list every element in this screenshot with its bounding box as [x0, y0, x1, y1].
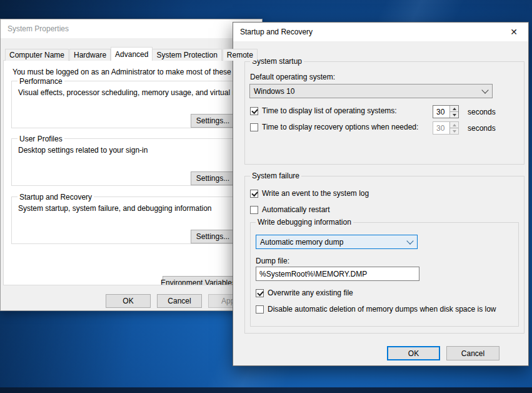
os-list-timeout-row: Time to display list of operating system… — [250, 106, 397, 115]
performance-group-title: Performance — [18, 77, 64, 86]
os-list-timeout-unit: seconds — [468, 108, 496, 116]
startup-recovery-titlebar[interactable]: Startup and Recovery ✕ — [233, 23, 528, 41]
os-list-timeout-value: 30 — [433, 106, 449, 118]
dump-file-input[interactable] — [256, 267, 419, 281]
startup-recovery-group: Startup and Recovery System startup, sys… — [11, 196, 254, 244]
system-properties-title: System Properties — [1, 24, 69, 33]
tab-computer-name[interactable]: Computer Name — [5, 49, 69, 61]
user-profiles-group-title: User Profiles — [18, 135, 64, 143]
performance-group: Performance Visual effects, processor sc… — [11, 81, 254, 128]
spinner-arrows — [449, 106, 458, 118]
os-list-timeout-spinner[interactable]: 30 — [433, 105, 459, 118]
tab-advanced[interactable]: Advanced — [111, 47, 153, 61]
desktop: System Properties Computer Name Hardware… — [0, 0, 532, 393]
cancel-button[interactable]: Cancel — [157, 294, 202, 308]
dialog-ok-button[interactable]: OK — [387, 346, 440, 360]
auto-restart-label[interactable]: Automatically restart — [262, 205, 330, 214]
system-startup-group: System startup Default operating system:… — [244, 61, 524, 165]
user-profiles-description: Desktop settings related to your sign-in — [18, 146, 148, 155]
close-button[interactable]: ✕ — [499, 23, 528, 41]
spinner-down-icon — [450, 128, 458, 134]
tab-strip: Computer Name Hardware Advanced System P… — [5, 47, 258, 61]
spinner-up-icon[interactable] — [450, 106, 458, 112]
system-properties-window: System Properties Computer Name Hardware… — [0, 19, 263, 311]
tab-remote[interactable]: Remote — [223, 49, 258, 61]
dialog-cancel-button[interactable]: Cancel — [446, 346, 499, 360]
startup-recovery-dialog: Startup and Recovery ✕ System startup De… — [233, 22, 529, 366]
dump-type-dropdown[interactable]: Automatic memory dump — [256, 235, 418, 249]
admin-note: You must be logged on as an Administrato… — [13, 68, 261, 76]
os-list-timeout-label[interactable]: Time to display list of operating system… — [262, 106, 397, 115]
system-startup-group-title: System startup — [250, 57, 304, 66]
spinner-up-icon — [450, 122, 458, 128]
default-os-label: Default operating system: — [250, 73, 335, 81]
recovery-timeout-checkbox[interactable] — [250, 123, 258, 131]
disable-deletion-checkbox[interactable] — [256, 305, 264, 314]
recovery-timeout-label[interactable]: Time to display recovery options when ne… — [262, 123, 418, 131]
recovery-timeout-value: 30 — [433, 122, 449, 134]
system-failure-group-title: System failure — [250, 171, 301, 180]
startup-recovery-group-title: Startup and Recovery — [18, 193, 94, 202]
write-event-checkbox[interactable] — [250, 190, 258, 198]
dump-file-label: Dump file: — [256, 257, 289, 265]
system-failure-group: System failure Write an event to the sys… — [244, 176, 524, 334]
write-event-label[interactable]: Write an event to the system log — [262, 189, 369, 198]
recovery-timeout-unit: seconds — [468, 124, 496, 133]
environment-variables-button[interactable]: Environment Variables... — [163, 276, 240, 285]
write-debug-group: Write debugging information Automatic me… — [250, 222, 519, 327]
system-properties-titlebar[interactable]: System Properties — [1, 19, 262, 38]
overwrite-label[interactable]: Overwrite any existing file — [268, 288, 353, 297]
user-profiles-group: User Profiles Desktop settings related t… — [11, 138, 254, 186]
recovery-timeout-row: Time to display recovery options when ne… — [250, 123, 418, 131]
tab-hardware[interactable]: Hardware — [69, 49, 111, 61]
disable-deletion-row: Disable automatic deletion of memory dum… — [256, 305, 496, 314]
overwrite-row: Overwrite any existing file — [256, 288, 353, 297]
taskbar[interactable] — [0, 387, 532, 393]
default-os-value: Windows 10 — [250, 87, 478, 96]
chevron-down-icon — [403, 241, 417, 243]
disable-deletion-label[interactable]: Disable automatic deletion of memory dum… — [268, 305, 496, 314]
performance-description: Visual effects, processor scheduling, me… — [18, 88, 259, 97]
startup-recovery-title: Startup and Recovery — [233, 28, 499, 36]
default-os-dropdown[interactable]: Windows 10 — [249, 84, 493, 98]
auto-restart-checkbox[interactable] — [250, 206, 258, 214]
spinner-arrows — [449, 122, 458, 134]
startup-recovery-settings-button[interactable]: Settings... — [191, 230, 235, 243]
tab-system-protection[interactable]: System Protection — [152, 49, 221, 61]
auto-restart-row: Automatically restart — [250, 205, 330, 214]
system-properties-footer: OK Cancel Apply — [1, 294, 263, 311]
dump-type-value: Automatic memory dump — [256, 238, 403, 247]
advanced-tab-page: You must be logged on as an Administrato… — [3, 60, 261, 285]
close-icon: ✕ — [510, 27, 518, 37]
spinner-down-icon[interactable] — [450, 112, 458, 118]
recovery-timeout-spinner: 30 — [433, 121, 459, 135]
ok-button[interactable]: OK — [106, 294, 151, 308]
overwrite-checkbox[interactable] — [256, 289, 264, 297]
write-event-row: Write an event to the system log — [250, 189, 369, 198]
chevron-down-icon — [478, 90, 492, 93]
write-debug-group-title: Write debugging information — [256, 218, 353, 227]
startup-recovery-description: System startup, system failure, and debu… — [18, 204, 212, 213]
performance-settings-button[interactable]: Settings... — [191, 114, 235, 128]
user-profiles-settings-button[interactable]: Settings... — [191, 171, 235, 185]
os-list-timeout-checkbox[interactable] — [250, 107, 258, 115]
